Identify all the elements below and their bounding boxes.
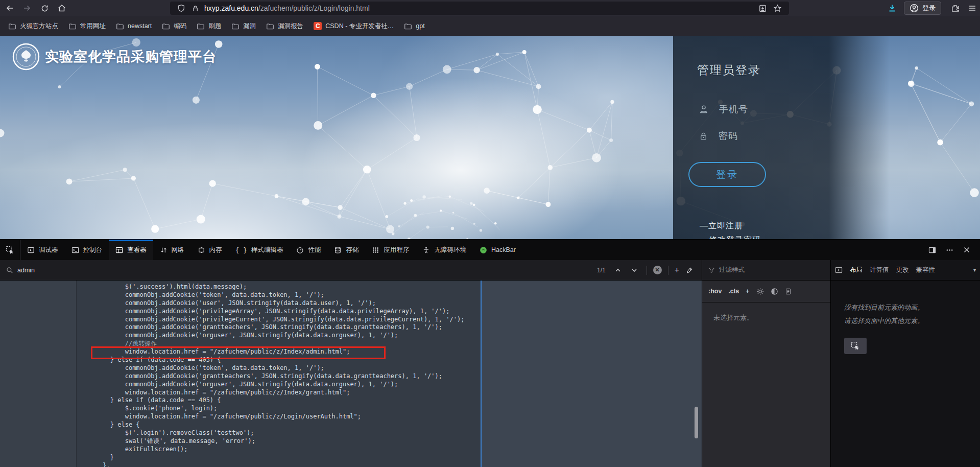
bookmark-item[interactable]: CCSDN - 专业开发者社… bbox=[309, 19, 398, 33]
forward-icon[interactable] bbox=[19, 2, 35, 15]
sidebar-tabs: 布局计算值更改兼容性▾ bbox=[830, 260, 980, 281]
devtools-tab-performance[interactable]: 性能 bbox=[290, 240, 327, 260]
add-rule-icon[interactable]: + bbox=[675, 266, 679, 275]
close-devtools-icon[interactable] bbox=[959, 242, 975, 258]
light-theme-icon[interactable] bbox=[756, 288, 764, 295]
style-editor-icon: { } bbox=[235, 246, 247, 254]
back-icon[interactable] bbox=[2, 2, 17, 15]
devtools-tab-application[interactable]: 应用程序 bbox=[365, 240, 416, 260]
more-options-icon[interactable] bbox=[941, 242, 958, 258]
phone-field[interactable]: 手机号 bbox=[699, 103, 831, 115]
toolbar-right: 登录 bbox=[882, 0, 980, 16]
devtools-tab-label: 网络 bbox=[172, 246, 184, 254]
bookmark-item[interactable]: 常用网址 bbox=[64, 19, 110, 33]
devtools-tab-storage[interactable]: 存储 bbox=[327, 240, 365, 260]
dock-side-icon[interactable] bbox=[924, 242, 940, 258]
animations-pane: 没有找到目前元素的动画。 请选择页面中的其他元素。 bbox=[830, 281, 980, 467]
performance-icon bbox=[296, 246, 304, 254]
code-line: }, bbox=[0, 462, 702, 467]
reload-icon[interactable] bbox=[37, 2, 52, 15]
sidebar-toggle-icon[interactable] bbox=[835, 266, 843, 274]
menu-hamburger-icon[interactable] bbox=[965, 2, 980, 15]
change-password-link[interactable]: 修改登录密码 bbox=[709, 235, 761, 239]
code-line: commonObj.addCookie('grantteachers', JSO… bbox=[0, 372, 702, 381]
class-toggle[interactable]: .cls bbox=[728, 288, 739, 295]
no-element-selected-message: 未选择元素。 bbox=[713, 313, 753, 322]
search-input[interactable]: admin bbox=[17, 267, 35, 274]
save-page-icon[interactable] bbox=[758, 4, 767, 13]
bookmark-item[interactable]: 刷题 bbox=[193, 19, 225, 33]
account-login-button[interactable]: 登录 bbox=[904, 2, 941, 15]
pseudo-class-toggle[interactable]: :hov bbox=[708, 288, 722, 295]
devtools-tab-label: 控制台 bbox=[83, 246, 103, 254]
clear-search-icon[interactable]: ✕ bbox=[653, 266, 662, 274]
url-bar[interactable]: hxyp.zafu.edu.cn/zafuchem/public/z/Login… bbox=[170, 2, 789, 15]
folder-icon bbox=[231, 22, 240, 30]
bookmark-item[interactable]: newstart bbox=[112, 19, 156, 33]
devtools-tab-memory[interactable]: 内存 bbox=[191, 240, 229, 260]
sidebar-tab[interactable]: 更改 bbox=[896, 266, 909, 274]
url-text: hxyp.zafu.edu.cn/zafuchem/public/z/Login… bbox=[204, 4, 755, 12]
password-field[interactable]: 密码 bbox=[699, 130, 831, 142]
search-icon bbox=[6, 267, 13, 274]
search-prev-icon[interactable] bbox=[612, 264, 624, 276]
bookmark-item[interactable]: gpt bbox=[400, 19, 428, 33]
university-logo bbox=[12, 43, 40, 71]
bookmark-item[interactable]: 漏洞 bbox=[227, 19, 260, 33]
debugger-icon bbox=[27, 246, 35, 254]
extensions-puzzle-icon[interactable] bbox=[947, 2, 963, 15]
login-button[interactable]: 登录 bbox=[688, 162, 766, 187]
login-panel: 管理员登录 手机号 密码 登录 —立即注册 修改登录密码 bbox=[673, 36, 890, 239]
devtools-tab-accessibility[interactable]: 无障碍环境 bbox=[416, 240, 473, 260]
console-icon bbox=[71, 246, 79, 254]
devtools-toolrow: admin 1/1 ✕ + bbox=[0, 260, 980, 281]
register-link[interactable]: —立即注册 bbox=[700, 221, 743, 231]
devtools-tab-style-editor[interactable]: { }样式编辑器 bbox=[229, 240, 290, 260]
filter-funnel-icon bbox=[708, 267, 715, 273]
page-content: 实验室化学品采购管理平台 管理员登录 手机号 密码 登录 —立即注册 修改登录密… bbox=[0, 36, 980, 239]
rules-filter-bar[interactable]: 过滤样式 bbox=[702, 260, 830, 281]
pick-element-icon[interactable] bbox=[0, 240, 20, 260]
password-placeholder: 密码 bbox=[719, 130, 831, 142]
url-path: /zafuchem/public/z/Login/login.html bbox=[258, 4, 370, 12]
chevron-down-icon[interactable]: ▾ bbox=[973, 267, 976, 273]
devtools-tab-hackbar[interactable]: HackBar bbox=[473, 240, 522, 260]
bookmark-item[interactable]: 编码 bbox=[158, 19, 190, 33]
bookmark-label: 火狐官方站点 bbox=[20, 22, 58, 31]
memory-icon bbox=[198, 246, 205, 254]
bookmark-star-icon[interactable] bbox=[773, 4, 782, 13]
inspector-search-bar[interactable]: admin 1/1 ✕ + bbox=[0, 260, 702, 281]
accessibility-icon bbox=[422, 246, 430, 254]
devtools-tab-network[interactable]: 网络 bbox=[153, 240, 191, 260]
login-panel-title: 管理员登录 bbox=[697, 62, 761, 78]
search-next-icon[interactable] bbox=[628, 264, 640, 276]
folder-icon bbox=[116, 22, 124, 30]
devtools-window-controls bbox=[924, 240, 978, 260]
no-animations-message-line2: 请选择页面中的其他元素。 bbox=[844, 316, 924, 325]
bookmark-label: 常用网址 bbox=[80, 22, 106, 31]
phone-placeholder: 手机号 bbox=[719, 103, 831, 115]
bookmark-item[interactable]: 火狐官方站点 bbox=[4, 19, 62, 33]
sidebar-tab[interactable]: 兼容性 bbox=[916, 266, 936, 274]
bookmark-item[interactable]: 漏洞报告 bbox=[262, 19, 307, 33]
add-rule-button[interactable]: + bbox=[746, 288, 749, 295]
devtools-tab-console[interactable]: 控制台 bbox=[65, 240, 109, 260]
downloads-icon[interactable] bbox=[885, 2, 900, 15]
bookmark-label: newstart bbox=[128, 22, 152, 30]
shield-icon[interactable] bbox=[177, 4, 185, 12]
devtools-tab-inspector[interactable]: 查看器 bbox=[109, 240, 153, 260]
storage-icon bbox=[334, 246, 342, 254]
source-code-pane[interactable]: $('.success').html(data.message); common… bbox=[0, 281, 702, 467]
rules-pane: :hov .cls + 未选择元素。 bbox=[702, 281, 830, 467]
dark-theme-icon[interactable] bbox=[771, 288, 778, 295]
devtools-tab-debugger[interactable]: 调试器 bbox=[20, 240, 65, 260]
pick-element-button[interactable] bbox=[844, 338, 867, 354]
eyedropper-icon[interactable] bbox=[683, 264, 696, 276]
sidebar-tab[interactable]: 布局 bbox=[850, 266, 863, 274]
lock-icon[interactable] bbox=[192, 5, 199, 12]
code-scrollbar[interactable] bbox=[695, 407, 698, 438]
sidebar-tab[interactable]: 计算值 bbox=[870, 266, 889, 274]
home-icon[interactable] bbox=[54, 2, 69, 15]
code-line: commonObj.addCookie('orguser', JSON.stri… bbox=[0, 332, 702, 340]
print-media-icon[interactable] bbox=[785, 288, 792, 295]
